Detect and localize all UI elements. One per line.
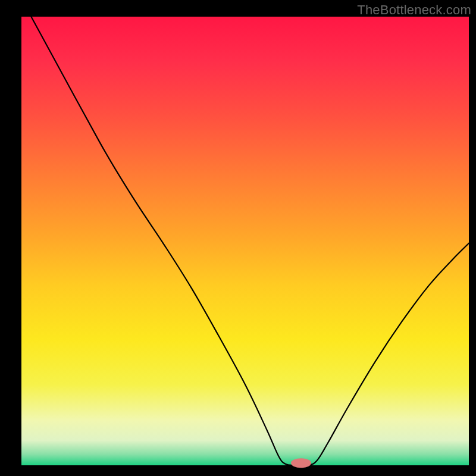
chart-container: TheBottleneck.com [0,0,476,476]
gradient-background [21,17,469,465]
bottleneck-chart [0,0,476,476]
optimal-marker [291,458,311,468]
watermark-text: TheBottleneck.com [357,2,471,18]
